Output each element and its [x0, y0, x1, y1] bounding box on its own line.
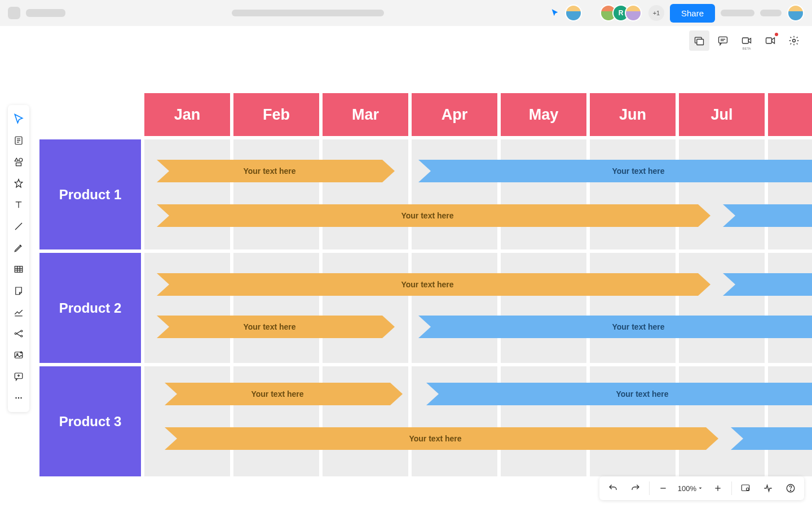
grid-cell[interactable]: [768, 139, 812, 249]
collaborator-avatar[interactable]: [625, 5, 642, 21]
gantt-bar[interactable]: Your text here: [418, 316, 812, 338]
grid-cell[interactable]: [323, 139, 408, 249]
grid-cell[interactable]: [144, 253, 230, 363]
product-row: Product 3Your text hereYour text hereYou…: [39, 366, 812, 476]
image-tool-icon[interactable]: [8, 344, 29, 366]
gantt-bar-label: Your text here: [616, 389, 668, 398]
grid-cell[interactable]: [679, 253, 765, 363]
more-collaborators-chip[interactable]: +1: [648, 5, 664, 21]
collaborator-avatars[interactable]: R: [600, 5, 642, 21]
month-header[interactable]: Jul: [679, 93, 765, 136]
row-cells: Your text hereYour text hereYour text he…: [144, 139, 812, 249]
breadcrumb-placeholder: [26, 9, 65, 17]
gantt-bar[interactable]: Your text here: [165, 383, 390, 405]
redo-icon[interactable]: [625, 478, 646, 498]
grid-cell[interactable]: [590, 253, 676, 363]
month-header[interactable]: Feb: [233, 93, 319, 136]
month-header[interactable]: Apr: [412, 93, 497, 136]
month-header[interactable]: May: [501, 93, 586, 136]
grid-cell[interactable]: [501, 253, 586, 363]
grid-cell[interactable]: [768, 253, 812, 363]
grid-cell[interactable]: [501, 139, 586, 249]
product-label[interactable]: Product 1: [39, 139, 141, 249]
text-tool-icon[interactable]: [8, 194, 29, 216]
svg-point-37: [18, 397, 19, 398]
gantt-bar-label: Your text here: [251, 389, 303, 398]
grid-cell[interactable]: [412, 253, 497, 363]
share-button[interactable]: Share: [670, 4, 715, 23]
svg-line-27: [16, 331, 21, 334]
line-tool-icon[interactable]: [8, 216, 29, 237]
grid-cell[interactable]: [590, 139, 676, 249]
month-header[interactable]: Jun: [590, 93, 676, 136]
activity-icon[interactable]: [758, 478, 778, 498]
document-title-placeholder[interactable]: [232, 10, 384, 16]
notification-dot-icon: [775, 33, 778, 36]
month-header[interactable]: Jan: [144, 93, 230, 136]
gantt-bar[interactable]: Your text here: [157, 160, 382, 182]
grid-cell[interactable]: [323, 253, 408, 363]
shapes-tool-icon[interactable]: [8, 151, 29, 173]
zoom-in-icon[interactable]: [708, 478, 728, 498]
top-header: R +1 Share: [0, 0, 812, 26]
grid-cell[interactable]: [412, 139, 497, 249]
gantt-timeline[interactable]: JanFebMarAprMayJunJul Product 1Your text…: [39, 93, 812, 476]
cursor-indicator-icon: [550, 8, 559, 17]
zoom-level[interactable]: 100%: [676, 484, 705, 493]
settings-icon[interactable]: [784, 30, 804, 51]
svg-line-17: [15, 223, 22, 230]
app-menu-placeholder[interactable]: [8, 7, 20, 19]
gantt-bar[interactable]: [723, 273, 812, 296]
fit-view-icon[interactable]: [735, 478, 756, 498]
zoom-out-icon[interactable]: [653, 478, 673, 498]
grid-cell[interactable]: [233, 253, 319, 363]
chart-tool-icon[interactable]: [8, 301, 29, 323]
product-label[interactable]: Product 2: [39, 253, 141, 363]
gantt-bar[interactable]: [723, 204, 812, 227]
gantt-bar[interactable]: Your text here: [426, 383, 812, 405]
star-tool-icon[interactable]: [8, 173, 29, 194]
grid-cell[interactable]: [679, 139, 765, 249]
gantt-bar[interactable]: Your text here: [157, 204, 698, 227]
gantt-bar-label: Your text here: [612, 167, 664, 176]
gantt-bar[interactable]: Your text here: [157, 316, 382, 338]
product-label[interactable]: Product 3: [39, 366, 141, 476]
grid-cell[interactable]: [144, 139, 230, 249]
month-header[interactable]: Mar: [323, 93, 408, 136]
present-icon[interactable]: [760, 30, 780, 51]
product-rows: Product 1Your text hereYour text hereYou…: [39, 139, 812, 476]
undo-icon[interactable]: [603, 478, 623, 498]
gantt-bar-label: Your text here: [401, 280, 453, 289]
pen-tool-icon[interactable]: [8, 237, 29, 259]
grid-cell[interactable]: [233, 139, 319, 249]
gantt-bar-label: Your text here: [243, 167, 295, 176]
secondary-toolbar: BETA: [689, 30, 804, 51]
comments-icon[interactable]: [713, 30, 733, 51]
sticky-note-tool-icon[interactable]: [8, 280, 29, 301]
svg-point-38: [20, 397, 21, 398]
gantt-bar[interactable]: [731, 427, 812, 450]
month-header[interactable]: [768, 93, 812, 136]
gantt-bar[interactable]: Your text here: [165, 427, 706, 450]
table-tool-icon[interactable]: [8, 259, 29, 280]
profile-avatar[interactable]: [787, 5, 804, 21]
header-placeholder: [760, 10, 782, 16]
gantt-bar[interactable]: Your text here: [418, 160, 812, 182]
frames-icon[interactable]: [689, 30, 709, 51]
select-tool-icon[interactable]: [8, 108, 29, 130]
svg-line-28: [16, 334, 21, 336]
current-user-avatar[interactable]: [565, 5, 582, 21]
svg-rect-6: [766, 38, 772, 43]
video-icon[interactable]: BETA: [736, 30, 757, 51]
connector-tool-icon[interactable]: [8, 323, 29, 344]
gantt-bar-label: Your text here: [612, 322, 664, 331]
canvas[interactable]: JanFebMarAprMayJunJul Product 1Your text…: [39, 93, 812, 508]
left-toolbar: [8, 105, 29, 412]
template-tool-icon[interactable]: [8, 130, 29, 151]
svg-point-13: [19, 158, 23, 161]
help-icon[interactable]: [780, 478, 801, 498]
gantt-bar[interactable]: Your text here: [157, 273, 698, 296]
svg-point-45: [790, 490, 791, 491]
more-tools-icon[interactable]: [8, 387, 29, 409]
comment-tool-icon[interactable]: [8, 366, 29, 387]
